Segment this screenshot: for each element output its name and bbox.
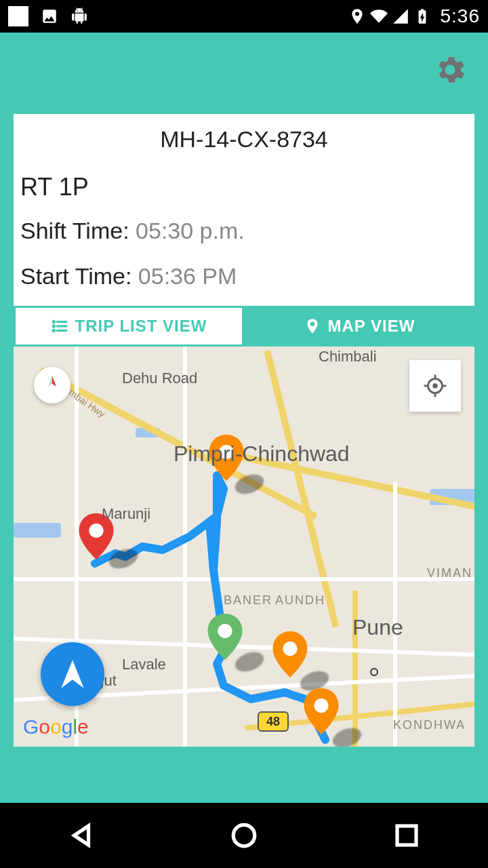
status-time: 5:36 bbox=[441, 5, 481, 27]
svg-point-1 bbox=[52, 325, 55, 328]
my-location-button[interactable] bbox=[409, 360, 461, 412]
svg-point-9 bbox=[283, 642, 297, 656]
map-label: Pimpri-Chinchwad bbox=[174, 441, 350, 467]
map-label: Dehu Road bbox=[122, 370, 197, 387]
map-label: Chimbali bbox=[319, 348, 377, 366]
tab-trip-list[interactable]: TRIP LIST VIEW bbox=[14, 306, 244, 347]
svg-rect-5 bbox=[56, 330, 66, 331]
route-name: RT 1P bbox=[14, 153, 474, 208]
settings-icon[interactable] bbox=[432, 52, 468, 87]
svg-point-14 bbox=[432, 383, 438, 389]
trip-card: MH-14-CX-8734 RT 1P Shift Time: 05:30 p.… bbox=[14, 114, 474, 347]
status-left bbox=[8, 6, 88, 26]
recent-apps-button[interactable] bbox=[392, 821, 421, 850]
start-time-label: Start Time: bbox=[20, 263, 138, 289]
map-city-dot bbox=[370, 668, 378, 676]
svg-rect-4 bbox=[56, 326, 66, 327]
svg-point-8 bbox=[218, 624, 232, 638]
shift-time-row: Shift Time: 05:30 p.m. bbox=[14, 208, 474, 254]
image-icon bbox=[41, 7, 58, 25]
tab-map-label: MAP VIEW bbox=[328, 317, 415, 336]
svg-point-6 bbox=[89, 524, 103, 538]
location-icon bbox=[348, 7, 366, 25]
map-pin-orange[interactable] bbox=[272, 631, 308, 677]
svg-marker-12 bbox=[48, 376, 52, 387]
shift-time-label: Shift Time: bbox=[20, 218, 136, 243]
map-label: BANER bbox=[224, 593, 272, 608]
highway-shield: 48 bbox=[258, 711, 289, 732]
list-icon bbox=[51, 317, 68, 335]
navigate-button[interactable] bbox=[41, 642, 104, 706]
start-time-row: Start Time: 05:36 PM bbox=[14, 254, 474, 299]
navigation-arrow-icon bbox=[56, 657, 89, 691]
svg-point-0 bbox=[52, 320, 55, 323]
map-label: VIMAN N bbox=[427, 566, 474, 580]
vehicle-plate: MH-14-CX-8734 bbox=[14, 126, 474, 153]
android-icon bbox=[70, 7, 88, 25]
google-attribution: Google bbox=[23, 715, 89, 738]
svg-marker-11 bbox=[52, 376, 56, 387]
highway-number: 48 bbox=[266, 715, 280, 729]
svg-rect-20 bbox=[397, 826, 416, 845]
view-tabs: TRIP LIST VIEW MAP VIEW bbox=[14, 306, 474, 347]
map-label: Lavale bbox=[122, 656, 166, 673]
tab-trip-list-label: TRIP LIST VIEW bbox=[75, 317, 207, 336]
tab-map[interactable]: MAP VIEW bbox=[244, 306, 474, 347]
content-area: MH-14-CX-8734 RT 1P Shift Time: 05:30 p.… bbox=[0, 107, 488, 803]
car-pin-icon bbox=[304, 317, 321, 335]
map-label: Pune bbox=[352, 615, 403, 640]
status-bar: 5:36 bbox=[0, 0, 488, 33]
compass-button[interactable] bbox=[34, 367, 70, 403]
status-right: 5:36 bbox=[348, 5, 481, 27]
svg-point-10 bbox=[314, 698, 328, 713]
back-button[interactable] bbox=[67, 821, 96, 850]
shift-time-value: 05:30 p.m. bbox=[136, 218, 245, 243]
map-label: AUNDH bbox=[275, 593, 325, 608]
svg-point-2 bbox=[52, 329, 55, 332]
map-label: KONDHWA bbox=[393, 718, 466, 732]
map-pin-orange[interactable] bbox=[304, 688, 339, 734]
battery-charging-icon bbox=[413, 7, 431, 25]
start-time-value: 05:36 PM bbox=[138, 263, 237, 289]
map-pin-green[interactable] bbox=[207, 614, 243, 660]
svg-rect-3 bbox=[56, 321, 66, 322]
android-nav-bar bbox=[0, 803, 488, 868]
signal-icon bbox=[392, 7, 409, 25]
home-button[interactable] bbox=[230, 821, 258, 850]
wifi-icon bbox=[370, 7, 388, 25]
app-icon-placeholder bbox=[8, 6, 28, 26]
compass-icon bbox=[45, 376, 59, 395]
crosshair-icon bbox=[423, 374, 447, 398]
map-view[interactable]: Chimbali Dehu Road Mumbai Hwy Pimpri-Chi… bbox=[14, 347, 474, 747]
map-label: Marunji bbox=[102, 505, 150, 523]
app-bar bbox=[0, 33, 488, 107]
svg-point-19 bbox=[233, 825, 255, 846]
